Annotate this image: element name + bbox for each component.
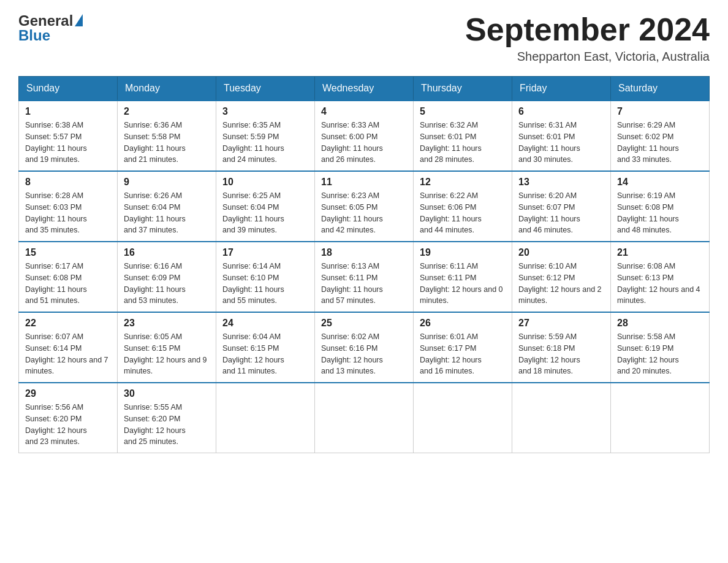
weekday-header-sunday: Sunday — [19, 77, 118, 101]
day-number: 20 — [518, 247, 604, 258]
day-number: 24 — [222, 318, 308, 329]
calendar-cell — [216, 383, 315, 453]
day-number: 12 — [420, 177, 506, 188]
day-number: 29 — [25, 388, 111, 399]
calendar-cell: 9Sunrise: 6:26 AMSunset: 6:04 PMDaylight… — [118, 171, 216, 242]
calendar-cell: 4Sunrise: 6:33 AMSunset: 6:00 PMDaylight… — [315, 101, 414, 171]
week-row-2: 8Sunrise: 6:28 AMSunset: 6:03 PMDaylight… — [19, 171, 710, 242]
day-info: Sunrise: 6:16 AMSunset: 6:09 PMDaylight:… — [124, 261, 210, 307]
day-number: 10 — [222, 177, 308, 188]
day-info: Sunrise: 6:14 AMSunset: 6:10 PMDaylight:… — [222, 261, 308, 307]
calendar-table: SundayMondayTuesdayWednesdayThursdayFrid… — [18, 76, 710, 453]
page-header: General Blue September 2024 Shepparton E… — [18, 12, 710, 64]
calendar-cell: 21Sunrise: 6:08 AMSunset: 6:13 PMDayligh… — [611, 242, 710, 312]
calendar-cell: 1Sunrise: 6:38 AMSunset: 5:57 PMDaylight… — [19, 101, 118, 171]
day-info: Sunrise: 6:36 AMSunset: 5:58 PMDaylight:… — [124, 120, 210, 166]
calendar-cell: 19Sunrise: 6:11 AMSunset: 6:11 PMDayligh… — [414, 242, 512, 312]
logo: General Blue — [18, 12, 83, 44]
day-info: Sunrise: 6:35 AMSunset: 5:59 PMDaylight:… — [222, 120, 308, 166]
calendar-cell: 24Sunrise: 6:04 AMSunset: 6:15 PMDayligh… — [216, 312, 315, 383]
location-subtitle: Shepparton East, Victoria, Australia — [465, 50, 710, 64]
day-info: Sunrise: 6:32 AMSunset: 6:01 PMDaylight:… — [420, 120, 506, 166]
day-info: Sunrise: 6:17 AMSunset: 6:08 PMDaylight:… — [25, 261, 111, 307]
day-number: 27 — [518, 318, 604, 329]
day-number: 18 — [321, 247, 407, 258]
day-info: Sunrise: 6:31 AMSunset: 6:01 PMDaylight:… — [518, 120, 604, 166]
day-number: 26 — [420, 318, 506, 329]
week-row-4: 22Sunrise: 6:07 AMSunset: 6:14 PMDayligh… — [19, 312, 710, 383]
calendar-cell: 23Sunrise: 6:05 AMSunset: 6:15 PMDayligh… — [118, 312, 216, 383]
calendar-cell: 11Sunrise: 6:23 AMSunset: 6:05 PMDayligh… — [315, 171, 414, 242]
day-info: Sunrise: 5:55 AMSunset: 6:20 PMDaylight:… — [124, 402, 210, 448]
calendar-cell: 5Sunrise: 6:32 AMSunset: 6:01 PMDaylight… — [414, 101, 512, 171]
day-info: Sunrise: 6:23 AMSunset: 6:05 PMDaylight:… — [321, 190, 407, 236]
week-row-5: 29Sunrise: 5:56 AMSunset: 6:20 PMDayligh… — [19, 383, 710, 453]
calendar-cell: 26Sunrise: 6:01 AMSunset: 6:17 PMDayligh… — [414, 312, 512, 383]
day-number: 14 — [617, 177, 703, 188]
day-number: 23 — [124, 318, 210, 329]
calendar-cell: 7Sunrise: 6:29 AMSunset: 6:02 PMDaylight… — [611, 101, 710, 171]
day-number: 15 — [25, 247, 111, 258]
day-info: Sunrise: 6:02 AMSunset: 6:16 PMDaylight:… — [321, 331, 407, 377]
calendar-cell — [414, 383, 512, 453]
calendar-cell: 3Sunrise: 6:35 AMSunset: 5:59 PMDaylight… — [216, 101, 315, 171]
day-info: Sunrise: 6:04 AMSunset: 6:15 PMDaylight:… — [222, 331, 308, 377]
calendar-cell: 6Sunrise: 6:31 AMSunset: 6:01 PMDaylight… — [512, 101, 611, 171]
day-number: 28 — [617, 318, 703, 329]
calendar-cell: 10Sunrise: 6:25 AMSunset: 6:04 PMDayligh… — [216, 171, 315, 242]
calendar-cell: 2Sunrise: 6:36 AMSunset: 5:58 PMDaylight… — [118, 101, 216, 171]
day-info: Sunrise: 6:28 AMSunset: 6:03 PMDaylight:… — [25, 190, 111, 236]
day-info: Sunrise: 6:33 AMSunset: 6:00 PMDaylight:… — [321, 120, 407, 166]
calendar-cell: 29Sunrise: 5:56 AMSunset: 6:20 PMDayligh… — [19, 383, 118, 453]
day-number: 5 — [420, 106, 506, 117]
day-number: 2 — [124, 106, 210, 117]
weekday-header-wednesday: Wednesday — [315, 77, 414, 101]
day-info: Sunrise: 6:25 AMSunset: 6:04 PMDaylight:… — [222, 190, 308, 236]
week-row-3: 15Sunrise: 6:17 AMSunset: 6:08 PMDayligh… — [19, 242, 710, 312]
calendar-cell: 15Sunrise: 6:17 AMSunset: 6:08 PMDayligh… — [19, 242, 118, 312]
day-number: 9 — [124, 177, 210, 188]
day-number: 3 — [222, 106, 308, 117]
day-info: Sunrise: 6:20 AMSunset: 6:07 PMDaylight:… — [518, 190, 604, 236]
day-number: 6 — [518, 106, 604, 117]
day-info: Sunrise: 6:29 AMSunset: 6:02 PMDaylight:… — [617, 120, 703, 166]
day-number: 22 — [25, 318, 111, 329]
calendar-cell — [611, 383, 710, 453]
weekday-header-saturday: Saturday — [611, 77, 710, 101]
calendar-cell: 17Sunrise: 6:14 AMSunset: 6:10 PMDayligh… — [216, 242, 315, 312]
day-number: 8 — [25, 177, 111, 188]
weekday-header-monday: Monday — [118, 77, 216, 101]
day-info: Sunrise: 6:08 AMSunset: 6:13 PMDaylight:… — [617, 261, 703, 307]
day-info: Sunrise: 6:10 AMSunset: 6:12 PMDaylight:… — [518, 261, 604, 307]
calendar-cell: 28Sunrise: 5:58 AMSunset: 6:19 PMDayligh… — [611, 312, 710, 383]
day-info: Sunrise: 5:58 AMSunset: 6:19 PMDaylight:… — [617, 331, 703, 377]
day-info: Sunrise: 5:59 AMSunset: 6:18 PMDaylight:… — [518, 331, 604, 377]
day-number: 16 — [124, 247, 210, 258]
day-number: 13 — [518, 177, 604, 188]
calendar-cell: 27Sunrise: 5:59 AMSunset: 6:18 PMDayligh… — [512, 312, 611, 383]
calendar-cell: 16Sunrise: 6:16 AMSunset: 6:09 PMDayligh… — [118, 242, 216, 312]
calendar-cell: 18Sunrise: 6:13 AMSunset: 6:11 PMDayligh… — [315, 242, 414, 312]
title-block: September 2024 Shepparton East, Victoria… — [465, 12, 710, 64]
week-row-1: 1Sunrise: 6:38 AMSunset: 5:57 PMDaylight… — [19, 101, 710, 171]
month-year-title: September 2024 — [465, 12, 710, 47]
day-info: Sunrise: 5:56 AMSunset: 6:20 PMDaylight:… — [25, 402, 111, 448]
day-info: Sunrise: 6:38 AMSunset: 5:57 PMDaylight:… — [25, 120, 111, 166]
calendar-cell: 30Sunrise: 5:55 AMSunset: 6:20 PMDayligh… — [118, 383, 216, 453]
day-number: 7 — [617, 106, 703, 117]
weekday-header-tuesday: Tuesday — [216, 77, 315, 101]
day-number: 17 — [222, 247, 308, 258]
day-info: Sunrise: 6:13 AMSunset: 6:11 PMDaylight:… — [321, 261, 407, 307]
calendar-cell — [512, 383, 611, 453]
day-number: 11 — [321, 177, 407, 188]
day-number: 21 — [617, 247, 703, 258]
calendar-cell: 8Sunrise: 6:28 AMSunset: 6:03 PMDaylight… — [19, 171, 118, 242]
calendar-cell: 13Sunrise: 6:20 AMSunset: 6:07 PMDayligh… — [512, 171, 611, 242]
day-number: 25 — [321, 318, 407, 329]
day-info: Sunrise: 6:07 AMSunset: 6:14 PMDaylight:… — [25, 331, 111, 377]
day-info: Sunrise: 6:05 AMSunset: 6:15 PMDaylight:… — [124, 331, 210, 377]
calendar-cell: 12Sunrise: 6:22 AMSunset: 6:06 PMDayligh… — [414, 171, 512, 242]
day-info: Sunrise: 6:26 AMSunset: 6:04 PMDaylight:… — [124, 190, 210, 236]
weekday-header-thursday: Thursday — [414, 77, 512, 101]
weekday-header-row: SundayMondayTuesdayWednesdayThursdayFrid… — [19, 77, 710, 101]
